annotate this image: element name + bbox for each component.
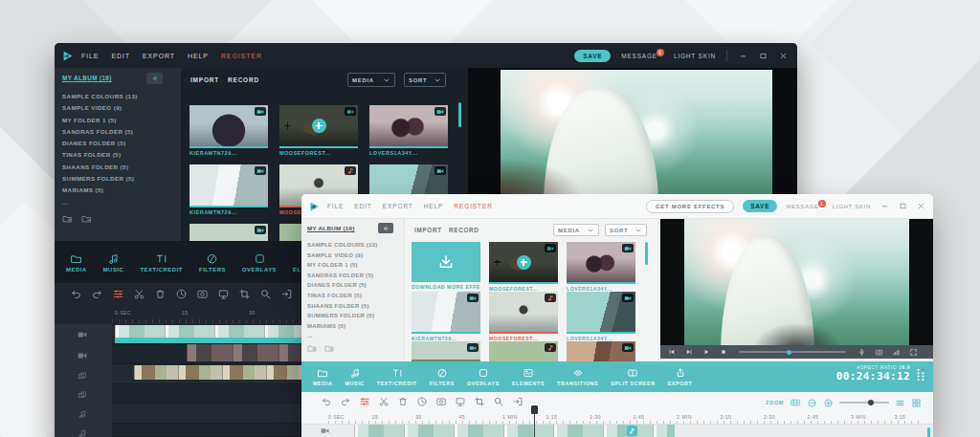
delete-button[interactable] — [397, 396, 409, 407]
track-manager-button[interactable] — [359, 396, 370, 407]
menu-item-register[interactable]: REGISTER — [221, 53, 262, 59]
media-scrollbar[interactable] — [645, 242, 648, 265]
tab-export[interactable]: EXPORT — [668, 367, 693, 386]
grid-view-button[interactable] — [911, 398, 922, 408]
tab-text-credit[interactable]: TEXT/CREDIT — [377, 367, 417, 386]
volume-button[interactable] — [892, 348, 901, 357]
album-list-item[interactable]: SHAANS FOLDER (5) — [62, 162, 138, 173]
add-folder-button[interactable] — [307, 343, 317, 353]
album-list-item[interactable]: MY FOLDER 1 (5) — [307, 260, 377, 271]
tab-media[interactable]: MEDIA — [66, 252, 87, 273]
menu-item[interactable]: HELP — [188, 53, 209, 59]
menu-item[interactable]: FILE — [81, 53, 99, 59]
media-thumbnail[interactable]: MOOSEFOREST... — [489, 292, 558, 341]
export-frame-button[interactable] — [512, 396, 523, 407]
cut-button[interactable] — [133, 288, 145, 300]
album-list-item[interactable]: SAMPLE COLOURS (13) — [307, 240, 377, 251]
tab-overlays[interactable]: OVERLAYS — [242, 252, 277, 273]
tab-overlays[interactable]: OVERLAYS — [467, 367, 500, 386]
save-button[interactable]: SAVE — [743, 200, 777, 212]
previous-frame-button[interactable] — [668, 348, 676, 356]
cut-button[interactable] — [378, 396, 390, 407]
album-list-item[interactable]: SAMPLE VIDEO (9) — [62, 102, 138, 114]
tab-transitions[interactable]: TRANSITIONS — [557, 367, 598, 386]
preview-video[interactable] — [684, 219, 909, 345]
album-list-item[interactable]: ... — [307, 331, 377, 341]
album-active-item[interactable]: MY ALBUM (16) — [62, 75, 112, 81]
tab-text-credit[interactable]: TEXT/CREDIT — [140, 252, 183, 273]
album-list-item[interactable]: DIANES FOLDER (5) — [62, 138, 138, 149]
tab-filters[interactable]: FILTERS — [430, 367, 455, 386]
seek-slider-handle[interactable] — [787, 350, 791, 355]
zoom-in-button[interactable] — [823, 398, 834, 408]
menu-item[interactable]: HELP — [424, 203, 444, 209]
duration-button[interactable] — [416, 396, 428, 407]
crop-button[interactable] — [474, 396, 485, 407]
light-skin-toggle[interactable]: LIGHT SKIN — [674, 53, 716, 59]
tab-filters[interactable]: FILTERS — [199, 252, 226, 273]
list-view-button[interactable] — [895, 398, 905, 408]
close-button[interactable] — [916, 202, 925, 211]
album-list-item[interactable]: SANDRAS FOLDER (5) — [62, 126, 138, 138]
zoom-slider-handle[interactable] — [868, 400, 874, 405]
album-list-item[interactable]: SUMMERS FOLDER (5) — [62, 173, 138, 185]
crop-button[interactable] — [238, 288, 251, 300]
zoom-tool-button[interactable] — [259, 288, 272, 300]
seek-slider[interactable] — [739, 351, 846, 353]
zoom-slider[interactable] — [839, 402, 889, 404]
tab-music[interactable]: MUSIC — [345, 367, 364, 386]
album-list-item[interactable]: MY FOLDER 1 (5) — [62, 115, 138, 126]
tab-media[interactable]: MEDIA — [313, 367, 332, 386]
media-thumbnail[interactable]: LOVERS1A34Y... — [369, 105, 448, 164]
light-skin-toggle[interactable]: LIGHT SKIN — [833, 204, 871, 209]
album-list-item[interactable]: SAMPLE VIDEO (9) — [307, 251, 377, 261]
undo-button[interactable] — [70, 288, 82, 300]
media-thumbnail[interactable]: MOOSEFOREST... — [489, 242, 558, 292]
media-thumbnail[interactable]: KIERAMTN729... — [189, 164, 268, 224]
tab-elements[interactable]: ELEMENTS — [512, 367, 545, 386]
add-to-timeline-button[interactable] — [517, 255, 531, 270]
menu-item[interactable]: EDIT — [111, 53, 130, 59]
tab-music[interactable]: MUSIC — [103, 252, 124, 273]
track-manager-button[interactable] — [112, 288, 124, 300]
duration-button[interactable] — [175, 288, 188, 300]
album-list-item[interactable]: TINAS FOLDER (5) — [62, 149, 138, 161]
delete-folder-button[interactable] — [324, 343, 334, 353]
maximize-button[interactable] — [758, 51, 768, 60]
album-list-item[interactable]: ... — [62, 197, 138, 208]
media-thumbnail[interactable]: KIERAMTN729... — [412, 292, 480, 341]
play-button[interactable] — [702, 348, 710, 356]
record-button[interactable]: RECORD — [228, 76, 259, 83]
close-button[interactable] — [778, 51, 788, 60]
import-button[interactable]: IMPORT — [190, 76, 219, 83]
tab-split-screen[interactable]: SPLIT SCREEN — [611, 367, 655, 386]
stop-button[interactable] — [720, 348, 727, 356]
media-thumbnail[interactable] — [412, 341, 480, 361]
marker-button[interactable] — [217, 288, 230, 300]
add-to-timeline-button[interactable] — [312, 119, 326, 133]
export-frame-button[interactable] — [280, 288, 293, 300]
message-button[interactable]: MESSAGE6 — [621, 53, 657, 59]
voiceover-mic-button[interactable] — [858, 348, 866, 357]
preview-video[interactable] — [501, 70, 772, 196]
media-thumbnail[interactable] — [567, 341, 635, 361]
menu-item[interactable]: EDIT — [354, 203, 371, 209]
media-type-dropdown[interactable]: MEDIA — [553, 224, 599, 236]
get-more-effects-button[interactable]: GET MORE EFFECTS — [646, 200, 734, 213]
collapse-sidebar-button[interactable] — [378, 223, 393, 233]
record-button[interactable]: RECORD — [449, 227, 479, 233]
zoom-fit-button[interactable] — [790, 397, 801, 408]
menu-item[interactable]: FILE — [327, 203, 344, 209]
fullscreen-button[interactable] — [909, 348, 918, 357]
media-thumbnail[interactable]: MOOSEFOREST... — [279, 105, 358, 164]
album-list-item[interactable]: MARIAMS (5) — [62, 185, 138, 196]
minimize-button[interactable] — [880, 202, 889, 211]
menu-item[interactable]: EXPORT — [143, 53, 175, 59]
snapshot-button[interactable] — [875, 348, 883, 357]
menu-item-register[interactable]: REGISTER — [454, 203, 492, 209]
delete-button[interactable] — [154, 288, 167, 300]
sort-dropdown[interactable]: SORT — [605, 224, 647, 236]
timeline-scrollbar[interactable] — [927, 427, 930, 437]
add-folder-button[interactable] — [62, 213, 73, 224]
aspect-dots-icon[interactable] — [916, 368, 925, 382]
